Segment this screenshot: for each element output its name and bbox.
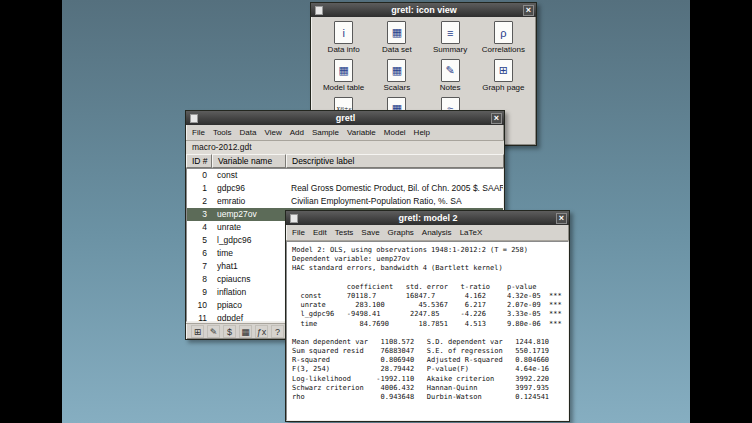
scalars-icon: ▦	[387, 59, 406, 82]
summary-icon: ≡	[441, 21, 460, 44]
menu-tools[interactable]: Tools	[209, 126, 236, 139]
row-name: time	[213, 247, 287, 260]
row-name: gdpdef	[213, 312, 287, 322]
icon-label: Graph page	[482, 83, 524, 92]
model-output-line: Dependent variable: uemp27ov	[292, 255, 563, 264]
menu-model[interactable]: Model	[380, 126, 410, 139]
session-icon-correlations[interactable]: ρ Correlations	[477, 21, 530, 57]
menu-data[interactable]: Data	[236, 126, 261, 139]
session-icon-scalars[interactable]: ▦ Scalars	[370, 59, 423, 95]
close-icon[interactable]: ×	[491, 113, 502, 124]
model-output-line: F(3, 254) 28.79442 P-value(F) 4.64e-16	[292, 365, 563, 374]
icon-label: Data info	[328, 45, 360, 54]
menu-edit[interactable]: Edit	[309, 226, 331, 239]
model-output: Model 2: OLS, using observations 1948:1-…	[286, 241, 569, 421]
reference-icon[interactable]: ?	[271, 325, 284, 338]
row-id: 5	[187, 234, 213, 247]
row-id: 1	[187, 182, 213, 195]
model-title: gretl: model 2	[300, 213, 556, 223]
row-name: l_gdpc96	[213, 234, 287, 247]
row-name: gdpc96	[213, 182, 287, 195]
window-icon	[290, 214, 298, 223]
model-output-line: rho 0.943648 Durbin-Watson 0.124541	[292, 393, 563, 402]
menu-analysis[interactable]: Analysis	[418, 226, 456, 239]
row-id: 4	[187, 221, 213, 234]
column-header-id[interactable]: ID #	[186, 154, 212, 168]
session-icon-graph-page[interactable]: ⊞ Graph page	[477, 59, 530, 95]
row-label	[287, 169, 503, 182]
icon-label: Notes	[440, 83, 461, 92]
icon-label: Correlations	[482, 45, 525, 54]
model-output-line: unrate 283.100 45.5367 6.217 2.07e-09 **…	[292, 301, 563, 310]
row-name: ppiaco	[213, 299, 287, 312]
column-header-name[interactable]: Variable name	[212, 154, 286, 168]
model-output-line: time 84.7690 18.7851 4.513 9.80e-06 ***	[292, 320, 563, 329]
graph-page-icon: ⊞	[494, 59, 513, 82]
screen: gretl: icon view × i Data info ▦ Data se…	[0, 0, 752, 423]
menu-help[interactable]: Help	[410, 126, 434, 139]
menu-file[interactable]: File	[188, 126, 209, 139]
model-titlebar[interactable]: gretl: model 2 ×	[286, 211, 569, 225]
main-menubar: File Tools Data View Add Sample Variable…	[186, 125, 504, 141]
icon-label: Model table	[323, 83, 364, 92]
row-id: 2	[187, 195, 213, 208]
function-packages-icon[interactable]: ƒx	[255, 325, 268, 338]
column-header-label[interactable]: Descriptive label	[286, 154, 504, 168]
menu-variable[interactable]: Variable	[343, 126, 380, 139]
session-icon-summary[interactable]: ≡ Summary	[424, 21, 477, 57]
model-output-line: Log-likelihood -1992.110 Akaike criterio…	[292, 375, 563, 384]
row-name: uemp27ov	[213, 208, 287, 221]
icon-label: Summary	[433, 45, 467, 54]
model-window: gretl: model 2 × File Edit Tests Save Gr…	[285, 210, 570, 422]
session-icon-data-set[interactable]: ▦ Data set	[370, 21, 423, 57]
model-output-line: Mean dependent var 1108.572 S.D. depende…	[292, 338, 563, 347]
model-output-line: l_gdpc96 -9498.41 2247.85 -4.226 3.33e-0…	[292, 310, 563, 319]
menu-latex[interactable]: LaTeX	[456, 226, 487, 239]
model-output-line: R-squared 0.806940 Adjusted R-squared 0.…	[292, 356, 563, 365]
menu-graphs[interactable]: Graphs	[384, 226, 418, 239]
row-id: 3	[187, 208, 213, 221]
notes-icon: ✎	[441, 59, 460, 82]
menu-save[interactable]: Save	[357, 226, 383, 239]
menu-add[interactable]: Add	[286, 126, 308, 139]
close-icon[interactable]: ×	[556, 213, 567, 224]
close-icon[interactable]: ×	[523, 5, 534, 16]
row-name: cpiaucns	[213, 273, 287, 286]
menu-sample[interactable]: Sample	[308, 126, 343, 139]
dataset-filename: macro-2012.gdt	[186, 141, 504, 154]
model-table-icon: ▦	[334, 59, 353, 82]
session-icon-notes[interactable]: ✎ Notes	[424, 59, 477, 95]
session-icon-model-table[interactable]: ▦ Model table	[317, 59, 370, 95]
session-icon-data-info[interactable]: i Data info	[317, 21, 370, 57]
model-output-line: coefficient std. error t-ratio p-value	[292, 283, 563, 292]
main-title: gretl	[200, 113, 491, 123]
icon-label: Data set	[382, 45, 412, 54]
table-row[interactable]: 2 emratio Civilian Employment-Population…	[187, 195, 503, 208]
icon-label: Scalars	[384, 83, 411, 92]
menu-file[interactable]: File	[288, 226, 309, 239]
new-script-icon[interactable]: ✎	[207, 325, 220, 338]
calculator-icon[interactable]: ⊞	[191, 325, 204, 338]
row-name: unrate	[213, 221, 287, 234]
menu-view[interactable]: View	[260, 126, 285, 139]
model-output-line: Model 2: OLS, using observations 1948:1-…	[292, 246, 563, 255]
main-titlebar[interactable]: gretl ×	[186, 111, 504, 125]
row-id: 6	[187, 247, 213, 260]
data-set-icon: ▦	[387, 21, 406, 44]
model-output-line: Schwarz criterion 4006.432 Hannan-Quinn …	[292, 384, 563, 393]
console-icon[interactable]: $	[223, 325, 236, 338]
table-row[interactable]: 0 const	[187, 169, 503, 182]
row-id: 0	[187, 169, 213, 182]
correlations-icon: ρ	[494, 21, 513, 44]
row-id: 8	[187, 273, 213, 286]
icon-view-titlebar[interactable]: gretl: icon view ×	[311, 3, 536, 17]
icon-view-title: gretl: icon view	[325, 5, 523, 15]
table-row[interactable]: 1 gdpc96 Real Gross Domestic Product, Bi…	[187, 182, 503, 195]
data-info-icon: i	[334, 21, 353, 44]
window-icon	[315, 6, 323, 15]
menu-tests[interactable]: Tests	[331, 226, 358, 239]
model-output-line	[292, 329, 563, 338]
row-id: 10	[187, 299, 213, 312]
session-icon-view-icon[interactable]: ▦	[239, 325, 252, 338]
model-output-line	[292, 274, 563, 283]
